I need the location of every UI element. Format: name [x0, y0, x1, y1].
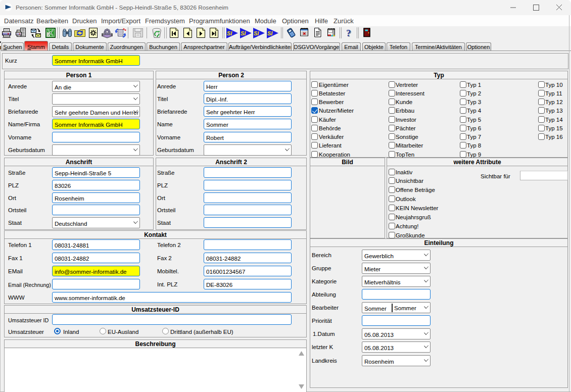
svg-text:SI: SI	[254, 30, 259, 36]
svg-text:SI: SI	[241, 30, 246, 36]
svg-text:?: ?	[346, 28, 351, 38]
svg-text:SI: SI	[267, 30, 273, 36]
svg-text:SI: SI	[227, 30, 232, 36]
